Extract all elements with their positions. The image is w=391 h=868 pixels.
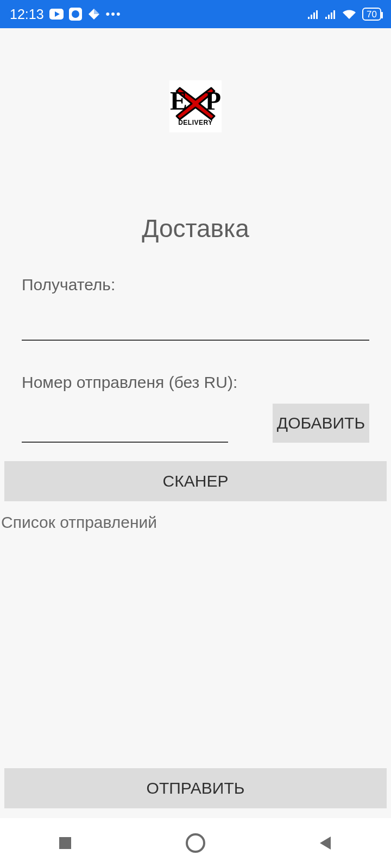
signal-sim1-icon (307, 9, 319, 19)
scanner-button[interactable]: СКАНЕР (4, 461, 387, 501)
svg-rect-3 (59, 837, 71, 849)
recipient-input[interactable] (22, 314, 369, 341)
status-left: 12:13 ••• (10, 7, 122, 22)
nav-recent-button[interactable] (38, 835, 92, 851)
circle-icon (184, 832, 207, 854)
add-button[interactable]: ДОБАВИТЬ (273, 404, 369, 443)
app-notification-icon (69, 8, 82, 21)
send-button[interactable]: ОТПРАВИТЬ (4, 768, 387, 808)
battery-level: 70 (367, 10, 377, 19)
status-bar: 12:13 ••• 70 (0, 0, 391, 28)
signal-sim2-icon (324, 9, 336, 19)
shipment-number-input[interactable] (22, 416, 228, 443)
status-right: 70 (307, 8, 381, 21)
triangle-back-icon (318, 835, 334, 851)
shipment-number-label: Номер отправленя (без RU): (22, 373, 369, 392)
clock: 12:13 (10, 7, 44, 22)
svg-point-2 (72, 10, 79, 18)
system-nav-bar (0, 818, 391, 868)
page-title: Доставка (0, 214, 391, 243)
app-content: E P DELIVERY Доставка Получатель: Номер … (0, 28, 391, 818)
logo-letter-right: P (205, 88, 221, 114)
nav-home-button[interactable] (168, 832, 223, 854)
youtube-icon (49, 9, 64, 20)
battery-icon: 70 (362, 8, 381, 21)
logo-letter-left: E (170, 88, 187, 114)
more-notifications-icon: ••• (106, 7, 122, 21)
app-logo: E P DELIVERY (169, 80, 222, 132)
square-icon (57, 835, 73, 851)
photos-icon (87, 8, 100, 21)
nav-back-button[interactable] (299, 835, 353, 851)
recipient-label: Получатель: (22, 276, 369, 294)
wifi-icon (342, 8, 357, 20)
svg-point-4 (187, 834, 204, 852)
shipment-list (0, 532, 391, 768)
shipment-list-heading: Список отправлений (0, 501, 391, 532)
